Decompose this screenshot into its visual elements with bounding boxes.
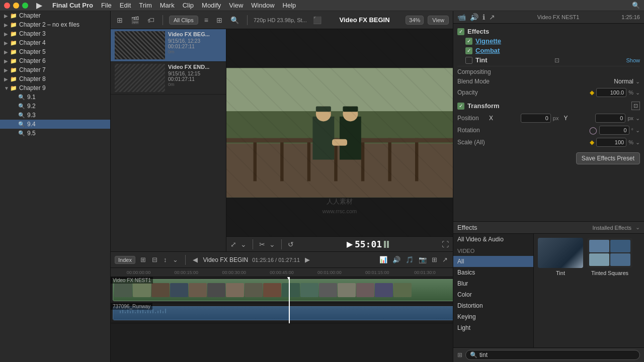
effects-cat-keying[interactable]: Keying xyxy=(453,311,533,322)
effects-cat-all[interactable]: All xyxy=(453,256,533,267)
blend-mode-chevron[interactable]: ⌄ xyxy=(635,78,640,85)
search-icon[interactable]: 🔍 xyxy=(632,2,640,9)
rotation-dial-icon[interactable]: ◯ xyxy=(589,126,597,134)
effect-tint[interactable]: Tint xyxy=(538,238,583,276)
position-y-input[interactable] xyxy=(595,114,625,123)
sidebar-item-9-4[interactable]: 🔍 9.4 xyxy=(0,120,110,129)
menu-trim[interactable]: Trim xyxy=(139,2,152,9)
sidebar-item-9-2[interactable]: 🔍 9.2 xyxy=(0,102,110,111)
video-inspector-icon[interactable]: 📹 xyxy=(457,13,466,21)
tint-show-button[interactable]: Show xyxy=(626,57,640,63)
rotation-chevron[interactable]: ⌄ xyxy=(635,127,640,134)
vignette-label[interactable]: Vignette xyxy=(475,37,501,45)
tint-label[interactable]: Tint xyxy=(475,56,488,64)
effects-cat-all-video-audio[interactable]: All Video & Audio xyxy=(453,234,533,245)
sidebar-item-chapter2[interactable]: ▶ 📁 Chapter 2 – no ex files xyxy=(0,20,110,29)
dropdown-icon[interactable]: ⌄ xyxy=(172,255,179,264)
menu-window[interactable]: Window xyxy=(251,2,274,9)
traffic-lights[interactable] xyxy=(4,3,28,9)
loop-icon[interactable]: ↺ xyxy=(288,240,294,248)
resize-icon[interactable]: ⤢ xyxy=(230,240,236,248)
view-button[interactable]: View xyxy=(428,16,449,25)
video-clip[interactable] xyxy=(113,279,453,301)
sort-icon[interactable]: ↕ xyxy=(163,255,168,264)
list-icon[interactable]: ⊞ xyxy=(139,255,147,264)
sidebar-item-chapter3[interactable]: ▶ 📁 Chapter 3 xyxy=(0,29,110,38)
effects-search-input[interactable] xyxy=(479,351,635,358)
transform-checkbox[interactable]: ✓ xyxy=(457,103,464,110)
tint-checkbox[interactable] xyxy=(465,57,472,64)
render-icon[interactable]: ⬛ xyxy=(311,15,324,25)
play-button[interactable]: ▶ xyxy=(347,239,353,249)
menu-help[interactable]: Help xyxy=(283,2,296,9)
effects-cat-blur[interactable]: Blur xyxy=(453,278,533,289)
grid-icon[interactable]: ⊟ xyxy=(151,255,158,264)
effects-cat-color[interactable]: Color xyxy=(453,289,533,300)
search-icon[interactable]: 🔍 xyxy=(228,15,241,25)
effects-search-grid-icon[interactable]: ⊞ xyxy=(457,351,462,358)
rotation-input[interactable] xyxy=(599,126,629,135)
maximize-button[interactable] xyxy=(22,3,28,9)
blend-mode-value[interactable]: Normal xyxy=(614,78,633,85)
menu-view[interactable]: View xyxy=(229,2,243,9)
tag-icon[interactable]: 🏷 xyxy=(145,15,156,25)
speaker-icon[interactable]: 🎵 xyxy=(405,255,415,264)
combat-checkbox[interactable]: ✓ xyxy=(465,47,472,54)
arrow-right-icon[interactable]: ▶ xyxy=(304,255,311,264)
opacity-chevron[interactable]: ⌄ xyxy=(635,89,640,96)
combat-label[interactable]: Combat xyxy=(475,47,500,54)
effects-cat-distortion[interactable]: Distortion xyxy=(453,300,533,311)
chevron-down-icon-2[interactable]: ⌄ xyxy=(269,240,275,248)
position-chevron[interactable]: ⌄ xyxy=(635,115,640,122)
audio-clip[interactable] xyxy=(113,306,453,320)
effect-tinted-squares[interactable]: Tinted Squares xyxy=(587,238,632,276)
save-effects-preset-button[interactable]: Save Effects Preset xyxy=(576,152,640,164)
audio-inspector-icon[interactable]: 🔊 xyxy=(470,13,478,21)
library-icon[interactable]: ⊞ xyxy=(115,15,125,25)
chevron-down-icon[interactable]: ⌄ xyxy=(240,240,247,248)
close-button[interactable] xyxy=(4,3,10,9)
position-x-input[interactable] xyxy=(521,114,551,123)
scale-input[interactable] xyxy=(596,138,626,147)
sidebar-item-9-5[interactable]: 🔍 9.5 xyxy=(0,129,110,138)
playhead[interactable] xyxy=(289,277,290,323)
browser-item-1[interactable]: Video FX BEG... 9/15/16, 12:23 00:01:27:… xyxy=(111,29,226,62)
zoom-level[interactable]: 34% xyxy=(406,16,424,25)
app-name[interactable]: Final Cut Pro xyxy=(52,2,93,9)
export-icon[interactable]: ↗ xyxy=(441,255,449,264)
browser-item-2[interactable]: Video FX END... 9/15/16, 12:15 00:01:27:… xyxy=(111,62,226,95)
tools-icon[interactable]: ✂ xyxy=(259,240,265,248)
vignette-checkbox[interactable]: ✓ xyxy=(465,38,472,45)
menu-mark[interactable]: Mark xyxy=(160,2,175,9)
menu-edit[interactable]: Edit xyxy=(120,2,131,9)
fullscreen-icon[interactable]: ⛶ xyxy=(442,240,449,248)
transform-expand-icon[interactable]: ⊡ xyxy=(631,102,640,110)
scale-keyframe-icon[interactable]: ◆ xyxy=(590,139,594,146)
video-icon[interactable]: 📷 xyxy=(418,255,428,264)
index-button[interactable]: Index xyxy=(115,256,135,264)
list-view-icon[interactable]: ≡ xyxy=(202,15,210,25)
sidebar-item-chapter1[interactable]: ▶ 📁 Chapter xyxy=(0,11,110,20)
sidebar-item-chapter6[interactable]: ▶ 📁 Chapter 6 xyxy=(0,56,110,65)
sidebar-item-9-3[interactable]: 🔍 9.3 xyxy=(0,111,110,120)
minimize-button[interactable] xyxy=(13,3,19,9)
all-clips-button[interactable]: All Clips xyxy=(169,16,198,25)
sidebar-item-chapter7[interactable]: ▶ 📁 Chapter 7 xyxy=(0,65,110,74)
scale-chevron[interactable]: ⌄ xyxy=(635,139,640,146)
opacity-keyframe-icon[interactable]: ◆ xyxy=(590,89,594,96)
sidebar-item-chapter9[interactable]: ▼ 📁 Chapter 9 xyxy=(0,83,110,93)
opacity-input[interactable] xyxy=(596,88,626,97)
info-inspector-icon[interactable]: ℹ xyxy=(482,13,485,21)
sidebar-item-chapter4[interactable]: ▶ 📁 Chapter 4 xyxy=(0,38,110,47)
audio-icon[interactable]: 🔊 xyxy=(391,255,401,264)
effects-cat-light[interactable]: Light xyxy=(453,322,533,333)
arrow-left-icon[interactable]: ◀ xyxy=(192,255,199,264)
waveform-icon[interactable]: 📊 xyxy=(378,255,388,264)
installed-effects-chevron[interactable]: ⌄ xyxy=(635,224,640,231)
apple-icon[interactable]: ▶ xyxy=(36,1,42,10)
installed-effects-label[interactable]: Installed Effects xyxy=(593,225,631,231)
menu-modify[interactable]: Modify xyxy=(202,2,221,9)
tint-icon[interactable]: ⊡ xyxy=(554,57,559,64)
sidebar-item-chapter8[interactable]: ▶ 📁 Chapter 8 xyxy=(0,74,110,83)
menu-file[interactable]: File xyxy=(101,2,112,9)
